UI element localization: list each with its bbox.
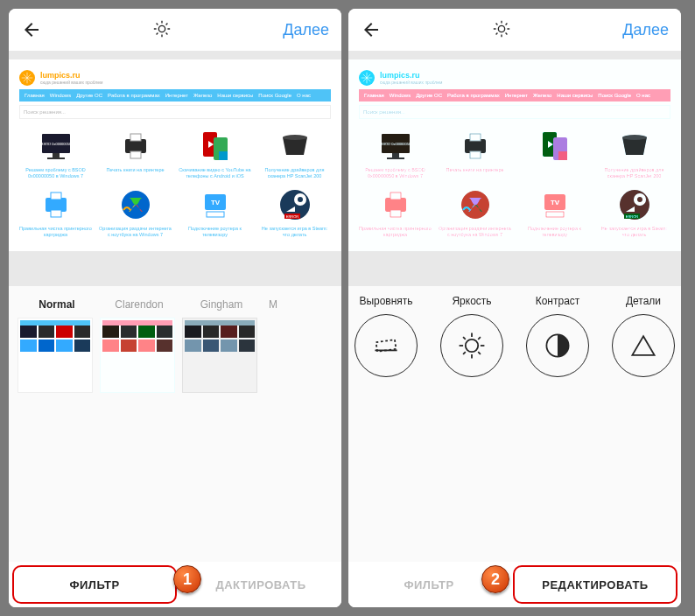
svg-line-78 — [478, 337, 481, 340]
brightness-icon[interactable] — [152, 19, 173, 40]
svg-rect-54 — [558, 151, 567, 160]
site-logo-icon — [19, 70, 35, 86]
back-icon[interactable] — [361, 19, 382, 40]
svg-line-8 — [165, 24, 167, 25]
back-icon[interactable] — [21, 19, 42, 40]
site-tagline: сюда решений ваших проблем — [380, 80, 442, 85]
tab-edit[interactable]: РЕДАКТИРОВАТЬ — [513, 565, 677, 604]
svg-text:TV: TV — [210, 199, 220, 206]
svg-line-41 — [495, 33, 497, 35]
svg-line-77 — [463, 352, 466, 354]
filter-clarendon[interactable]: Clarendon — [100, 291, 179, 562]
site-nav: ГлавнаяWindowsДругие ОСРабота в программ… — [19, 89, 331, 102]
svg-text:BSOD 0x00000050: BSOD 0x00000050 — [380, 142, 411, 146]
site-name: lumpics.ru — [40, 71, 102, 80]
svg-point-55 — [622, 135, 647, 140]
svg-rect-24 — [51, 210, 61, 217]
search-input: Поиск решения... — [19, 105, 331, 119]
tab-filter[interactable]: ФИЛЬТР — [12, 565, 177, 604]
svg-line-42 — [505, 24, 507, 25]
details-icon — [612, 314, 675, 377]
filter-gingham[interactable]: Gingham — [182, 291, 261, 562]
next-button[interactable]: Далее — [283, 21, 329, 39]
site-logo-icon — [359, 70, 375, 86]
svg-rect-15 — [130, 134, 141, 141]
svg-rect-47 — [387, 158, 404, 159]
svg-line-40 — [505, 33, 507, 35]
svg-rect-16 — [130, 151, 141, 158]
svg-rect-58 — [390, 210, 401, 217]
filter-normal[interactable]: Normal — [18, 291, 96, 562]
svg-point-31 — [298, 197, 303, 202]
svg-line-76 — [478, 352, 481, 354]
svg-text:BSOD 0x00000050: BSOD 0x00000050 — [40, 142, 71, 146]
image-preview: lumpics.ru сюда решений ваших проблем Гл… — [348, 60, 681, 251]
brightness-tool-icon — [440, 314, 503, 377]
edit-tools-row: Выровнять Яркость Контраст Детали — [348, 286, 681, 562]
svg-line-7 — [156, 33, 158, 35]
svg-line-39 — [495, 24, 497, 25]
svg-line-6 — [165, 33, 167, 35]
svg-marker-80 — [632, 336, 654, 355]
tool-details[interactable]: Детали — [612, 295, 675, 553]
tool-brightness[interactable]: Яркость — [440, 295, 503, 553]
svg-line-75 — [463, 337, 466, 340]
search-input: Поиск решения... — [359, 105, 670, 119]
svg-rect-62 — [546, 212, 564, 217]
svg-text:TV: TV — [550, 199, 559, 206]
next-button[interactable]: Далее — [622, 21, 669, 39]
svg-text:ERROR: ERROR — [285, 214, 298, 219]
phone-left: Далее lumpics.ru сюда решений ваших проб… — [9, 9, 341, 607]
tool-contrast[interactable]: Контраст — [526, 295, 589, 553]
svg-rect-50 — [470, 151, 481, 158]
svg-point-70 — [466, 339, 478, 351]
brightness-icon[interactable] — [492, 19, 513, 40]
tool-straighten[interactable]: Выровнять — [355, 295, 418, 553]
contrast-icon — [526, 314, 589, 377]
svg-text:ERROR: ERROR — [625, 214, 638, 219]
site-name: lumpics.ru — [380, 71, 442, 80]
svg-line-5 — [156, 24, 158, 25]
svg-point-21 — [283, 135, 307, 140]
filter-more[interactable]: M — [264, 291, 282, 562]
svg-rect-23 — [51, 192, 61, 200]
site-nav: ГлавнаяWindowsДругие ОСРабота в программ… — [359, 89, 670, 102]
annotation-badge-2: 2 — [481, 565, 509, 593]
svg-rect-46 — [392, 153, 399, 158]
annotation-badge-1: 1 — [173, 565, 201, 593]
svg-rect-28 — [207, 212, 224, 217]
tab-edit[interactable]: ДАКТИРОВАТЬ — [180, 562, 341, 607]
header: Далее — [9, 9, 341, 51]
svg-rect-12 — [53, 153, 60, 158]
svg-rect-57 — [390, 192, 401, 200]
svg-point-0 — [158, 25, 165, 32]
site-tagline: сюда решений ваших проблем — [40, 80, 102, 85]
header: Далее — [348, 9, 681, 51]
straighten-icon — [355, 314, 418, 377]
filters-row: Normal Clarendon Gingham M — [9, 286, 341, 562]
bottom-tabs: ФИЛЬТР РЕДАКТИРОВАТЬ — [348, 562, 681, 607]
svg-rect-49 — [470, 134, 481, 141]
svg-rect-13 — [47, 158, 65, 159]
phone-right: Далее lumpics.ru сюда решений ваших проб… — [348, 9, 681, 607]
svg-rect-20 — [219, 151, 228, 160]
svg-point-65 — [637, 197, 642, 202]
svg-point-34 — [498, 25, 504, 32]
image-preview: lumpics.ru сюда решений ваших проблем Гл… — [9, 60, 341, 251]
